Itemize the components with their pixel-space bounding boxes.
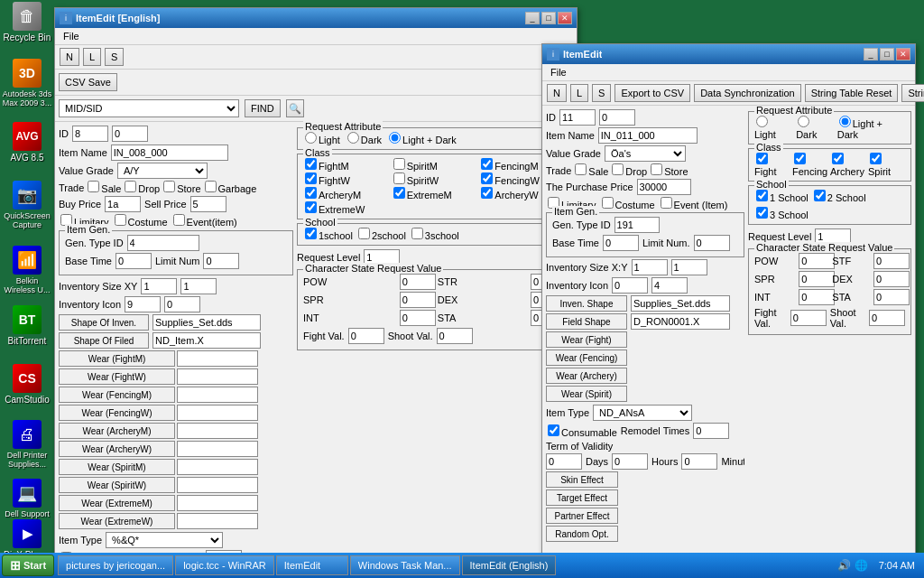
light-dark-radio[interactable] — [389, 132, 401, 144]
right-light-radio[interactable] — [756, 116, 768, 127]
right-inv-x[interactable] — [632, 259, 668, 275]
right-id-field2[interactable] — [599, 109, 635, 126]
right-tov-days[interactable] — [546, 453, 582, 470]
school1-check[interactable] — [305, 228, 317, 239]
shape-filed-btn[interactable]: Shape Of Filed — [59, 332, 149, 349]
wear-fencingm-btn[interactable]: Wear (FencingM) — [59, 387, 175, 403]
int-field[interactable] — [400, 310, 436, 326]
wear-archerym-btn[interactable]: Wear (ArcheryM) — [59, 423, 175, 439]
find-btn[interactable]: FIND — [245, 99, 281, 117]
buy-price-field[interactable] — [105, 196, 141, 212]
inven-shape-field[interactable] — [631, 295, 730, 312]
right-inv-icon2[interactable] — [651, 277, 688, 294]
right-spirit-check[interactable] — [870, 153, 882, 164]
right-file-menu[interactable]: File — [547, 66, 570, 79]
wear-fightw-btn[interactable]: Wear (FightW) — [59, 368, 175, 385]
fencingm-class-check[interactable] — [481, 158, 493, 170]
taskbar-item-3[interactable]: Windows Task Man... — [350, 555, 460, 575]
wear-fencing-btn[interactable]: Wear (Fencing) — [546, 350, 627, 366]
school3-check[interactable] — [411, 228, 423, 239]
l-btn[interactable]: L — [83, 48, 101, 66]
right-tov-hours[interactable] — [612, 453, 648, 470]
inv-size-x[interactable] — [141, 278, 177, 294]
wear-fencingw-field[interactable] — [177, 405, 258, 421]
mid-sid-select[interactable]: MID/SID — [59, 99, 239, 117]
find-icon-btn[interactable]: 🔍 — [286, 99, 304, 117]
right-fight-check[interactable] — [756, 153, 768, 164]
start-button[interactable]: ⊞ Start — [2, 555, 54, 576]
right-maximize-btn[interactable]: □ — [880, 48, 894, 61]
right-n-btn[interactable]: N — [547, 84, 567, 102]
str-table-reset-btn[interactable]: String Table Reset — [805, 84, 899, 102]
right-limit-num-field[interactable] — [694, 235, 730, 251]
garbage-check[interactable] — [205, 181, 217, 192]
spiritm-class-check[interactable] — [393, 158, 405, 170]
right-store-check[interactable] — [651, 163, 662, 175]
wear-fight-btn[interactable]: Wear (Fight) — [546, 331, 627, 348]
wear-archeryw-field[interactable] — [177, 441, 258, 457]
right-consumable-check[interactable] — [548, 424, 559, 436]
wear-fightm-field[interactable] — [177, 350, 258, 367]
wear-spiritw-btn[interactable]: Wear (SpiritW) — [59, 477, 175, 493]
right-archery-check[interactable] — [832, 153, 844, 164]
shape-inven-field[interactable] — [152, 314, 261, 331]
right-skin-effect-btn[interactable]: Skin Effect — [546, 471, 618, 488]
maximize-btn[interactable]: □ — [541, 12, 556, 24]
item-type-select[interactable]: %&Q* — [106, 532, 223, 548]
shape-inven-btn[interactable]: Shape Of Inven. — [59, 314, 149, 331]
extremem-class-check[interactable] — [393, 187, 405, 199]
right-id-field1[interactable] — [559, 109, 596, 126]
right-close-btn[interactable]: ✕ — [896, 48, 910, 61]
archeryw-class-check[interactable] — [481, 187, 493, 199]
right-inv-y[interactable] — [671, 259, 707, 275]
light-radio[interactable] — [305, 132, 317, 144]
shape-filed-field[interactable] — [152, 332, 261, 349]
inven-shape-btn[interactable]: Inven. Shape — [546, 295, 627, 312]
right-item-type-select[interactable]: ND_ANsA — [593, 405, 692, 421]
right-base-time-field[interactable] — [603, 235, 639, 251]
right-value-grade-select[interactable]: Öa's — [605, 145, 686, 162]
inv-icon-val1[interactable] — [125, 296, 161, 312]
taskbar-item-0[interactable]: pictures by jericogan... — [58, 555, 173, 575]
wear-archerym-field[interactable] — [177, 423, 258, 439]
spiritw-class-check[interactable] — [393, 172, 405, 184]
wear-fencingw-btn[interactable]: Wear (FencingW) — [59, 405, 175, 421]
recycle-bin-icon[interactable]: 🗑 Recycle Bin — [2, 2, 52, 42]
right-sale-check[interactable] — [575, 163, 587, 175]
right-item-name-field[interactable] — [598, 127, 698, 144]
avg-icon[interactable]: AVG AVG 8.5 — [2, 122, 52, 163]
close-btn[interactable]: ✕ — [558, 12, 572, 24]
right-partner-effect-btn[interactable]: Partner Effect — [546, 508, 618, 524]
drop-check[interactable] — [125, 181, 136, 192]
right-s-btn[interactable]: S — [592, 84, 611, 102]
gen-type-field[interactable] — [127, 235, 199, 251]
right-school3-check[interactable] — [756, 207, 768, 219]
fightm-class-check[interactable] — [305, 158, 317, 170]
taskbar-item-2[interactable]: ItemEdit — [276, 555, 348, 575]
value-grade-select[interactable]: A/Y — [117, 163, 208, 179]
right-spr-field[interactable] — [799, 271, 835, 287]
quickscreen-icon[interactable]: 📷 QuickScreenCapture — [2, 181, 52, 229]
right-costume-check[interactable] — [602, 197, 614, 209]
n-btn[interactable]: N — [60, 48, 79, 66]
right-inv-icon1[interactable] — [612, 277, 648, 294]
extremew-class-check[interactable] — [305, 201, 317, 213]
right-dark-radio[interactable] — [798, 116, 809, 127]
wear-fightw-field[interactable] — [177, 368, 258, 385]
id-field2[interactable] — [112, 126, 148, 142]
right-int-field[interactable] — [799, 289, 835, 305]
wear-fencingm-field[interactable] — [177, 387, 258, 403]
belkin-icon[interactable]: 📶 BelkinWireless U... — [2, 246, 52, 294]
camstudio-icon[interactable]: CS CamStudio — [2, 364, 52, 405]
right-sta-field[interactable] — [873, 289, 910, 305]
right-gen-type-field[interactable] — [614, 217, 660, 233]
right-fencing-check[interactable] — [794, 153, 806, 164]
shoot-val-field[interactable] — [437, 328, 473, 344]
field-shape-btn[interactable]: Field Shape — [546, 313, 627, 330]
fightw-class-check[interactable] — [305, 172, 317, 184]
store-check[interactable] — [163, 181, 175, 192]
wear-spiritm-field[interactable] — [177, 459, 258, 475]
wear-extremem-btn[interactable]: Wear (ExtremeM) — [59, 495, 175, 511]
wear-archeryw-btn[interactable]: Wear (ArcheryW) — [59, 441, 175, 457]
purchase-price-field[interactable] — [637, 179, 691, 195]
